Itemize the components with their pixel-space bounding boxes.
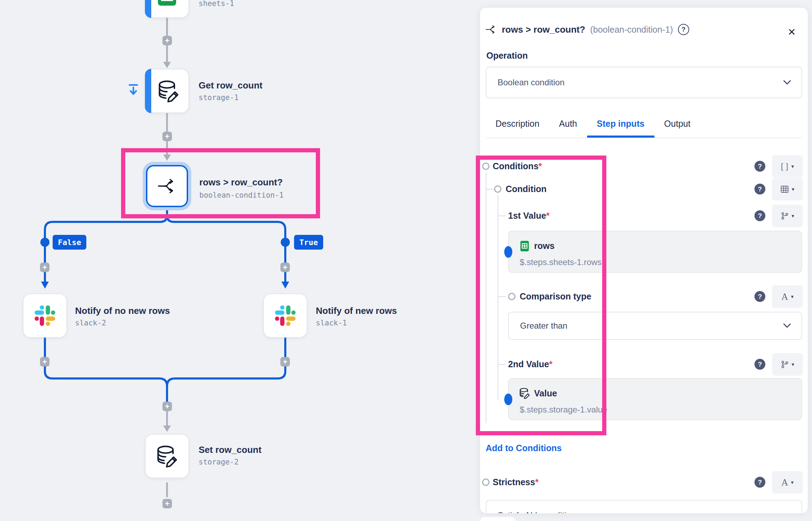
help-icon[interactable]: ?	[754, 359, 765, 370]
tab-auth[interactable]: Auth	[549, 112, 587, 138]
condition-type-selector[interactable]: ▾	[772, 178, 803, 200]
slack-icon	[274, 304, 297, 327]
caret-down-icon: ▾	[791, 479, 794, 486]
text-type-icon: A	[781, 291, 788, 302]
tab-description[interactable]: Description	[486, 112, 549, 138]
caret-down-icon: ▾	[792, 186, 794, 192]
comparison-select[interactable]: Greater than	[508, 312, 802, 340]
help-icon[interactable]: ?	[754, 184, 765, 194]
tree-tick	[498, 296, 506, 297]
tree-line	[498, 195, 498, 400]
field-radio[interactable]	[508, 293, 515, 300]
chevron-down-icon	[783, 323, 791, 328]
operation-label: Operation	[486, 51, 528, 61]
mapped-value-dot	[504, 394, 512, 405]
mapped-value-dot	[504, 246, 512, 258]
required-mark: *	[535, 477, 539, 487]
node-subtitle: sheets-1	[199, 0, 234, 8]
second-value-type-selector[interactable]: ▾	[772, 353, 803, 376]
strictness-type-selector[interactable]: A ▾	[772, 471, 803, 494]
branch-label-true: True	[294, 235, 323, 250]
required-mark: *	[549, 359, 553, 369]
strictness-label: Strictness*	[493, 477, 539, 487]
node-subtitle: storage-2	[199, 458, 239, 466]
token-path: $.steps.storage-1.value	[520, 405, 607, 415]
insert-step-button[interactable]: +	[40, 263, 49, 272]
storage-icon	[157, 79, 180, 103]
git-branch-icon	[781, 212, 789, 220]
caret-down-icon: ▾	[791, 163, 794, 170]
operation-value: Boolean condition	[498, 78, 565, 87]
import-arrow-icon	[128, 84, 139, 96]
selected-step-bar	[145, 0, 151, 18]
tab-output[interactable]: Output	[654, 112, 700, 138]
token-title: rows	[534, 241, 554, 251]
strictness-select[interactable]: Satisfy ALL conditions	[486, 500, 802, 513]
insert-step-button[interactable]: +	[162, 402, 172, 411]
help-icon[interactable]: ?	[754, 291, 765, 302]
field-radio[interactable]	[494, 185, 501, 193]
git-branch-icon	[781, 360, 789, 369]
slack-icon	[33, 304, 56, 327]
conditions-label: Conditions*	[493, 161, 542, 171]
insert-step-button[interactable]: +	[162, 132, 172, 141]
node-google-sheets-trigger[interactable]	[145, 0, 189, 18]
node-subtitle: storage-1	[199, 93, 239, 102]
first-value-label: 1st Value*	[508, 211, 550, 221]
storage-icon	[519, 387, 531, 399]
help-icon[interactable]: ?	[754, 477, 765, 488]
workflow-editor: sheets-1 + Get row_count storage-1 +	[0, 0, 812, 521]
node-notify-new-rows[interactable]	[263, 294, 307, 338]
caret-down-icon: ▾	[792, 361, 794, 368]
array-brackets-icon: [ ]	[781, 162, 788, 171]
conditions-type-selector[interactable]: [ ] ▾	[772, 155, 803, 178]
tab-step-inputs[interactable]: Step inputs	[587, 112, 654, 138]
flow-connectors	[0, 0, 480, 521]
storage-icon	[155, 444, 179, 468]
node-set-row-count[interactable]	[145, 434, 189, 478]
second-value-token[interactable]: Value $.steps.storage-1.value	[508, 378, 802, 420]
node-get-row-count[interactable]	[145, 69, 189, 113]
branch-label-false: False	[53, 235, 86, 250]
first-value-type-selector[interactable]: ▾	[772, 205, 803, 227]
chevron-down-icon	[783, 80, 791, 85]
partial-element	[481, 517, 515, 521]
node-subtitle: slack-2	[75, 319, 106, 327]
node-notify-no-new-rows[interactable]	[23, 294, 67, 338]
node-title: Notify of no new rows	[75, 305, 170, 316]
field-radio[interactable]	[482, 163, 490, 170]
insert-step-button[interactable]: +	[162, 499, 172, 508]
branch-handle-true[interactable]	[281, 238, 290, 247]
required-mark: *	[546, 211, 550, 220]
text-type-icon: A	[781, 477, 788, 488]
tree-line	[486, 173, 486, 423]
help-icon[interactable]: ?	[678, 24, 689, 35]
token-path: $.steps.sheets-1.rows	[520, 257, 601, 267]
help-icon[interactable]: ?	[754, 161, 765, 172]
panel-tabs: Description Auth Step inputs Output	[486, 112, 802, 138]
insert-step-button[interactable]: +	[280, 263, 290, 272]
google-sheets-icon	[520, 240, 529, 252]
condition-label: Condition	[506, 184, 547, 194]
field-radio[interactable]	[482, 479, 490, 486]
branch-icon	[485, 24, 497, 35]
caret-down-icon: ▾	[792, 213, 794, 219]
comparison-type-selector[interactable]: A ▾	[772, 285, 803, 308]
help-icon[interactable]: ?	[754, 210, 765, 221]
required-mark: *	[539, 161, 542, 171]
operation-select[interactable]: Boolean condition	[486, 67, 802, 98]
node-boolean-condition[interactable]	[146, 165, 188, 207]
panel-step-id: (boolean-condition-1)	[590, 25, 673, 35]
comparison-value: Greater than	[520, 321, 567, 331]
insert-step-button[interactable]: +	[40, 357, 49, 367]
insert-step-button[interactable]: +	[280, 357, 290, 367]
first-value-token[interactable]: rows $.steps.sheets-1.rows	[508, 231, 802, 273]
add-to-conditions-link[interactable]: Add to Conditions	[486, 443, 562, 453]
branch-handle-false[interactable]	[40, 238, 49, 247]
node-title: Set row_count	[199, 444, 261, 455]
close-icon[interactable]: ✕	[788, 27, 796, 37]
insert-step-button[interactable]: +	[162, 36, 172, 45]
tree-tick	[498, 216, 506, 216]
google-sheets-icon	[157, 0, 178, 6]
branch-icon	[157, 176, 177, 196]
